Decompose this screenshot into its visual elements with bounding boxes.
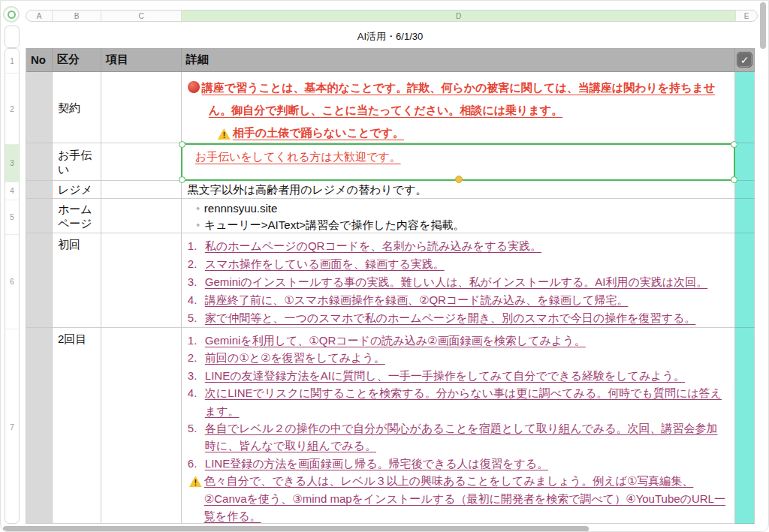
- list-item: 5.各自でレベル２の操作の中で自分が関心があることを宿題として取り組んでみる。次…: [188, 419, 728, 455]
- vertical-scrollbar[interactable]: [760, 2, 766, 49]
- row-header-7[interactable]: 7: [5, 329, 19, 524]
- cell-e[interactable]: [735, 143, 755, 181]
- list-item: 2.前回の①と②を復習をしてみよう。: [188, 349, 728, 366]
- cell-no[interactable]: [26, 199, 53, 233]
- cell-shousai[interactable]: 1.私のホームページのQRコードを、名刺から読み込みをする実践。 2.スマホ操作…: [182, 233, 735, 328]
- cell-e[interactable]: [735, 181, 755, 199]
- first-session-list: 1.私のホームページのQRコードを、名刺から読み込みをする実践。 2.スマホ操作…: [182, 233, 734, 327]
- list-item: 4.次にLINEでリスクに関することを検索する。分からない事は更に調べてみる。何…: [188, 384, 728, 419]
- list-item: 3.Geminiのインストールする事の実践。難しい人は、私がインストールする。A…: [188, 273, 728, 291]
- header-cell-e[interactable]: ✓: [735, 48, 755, 72]
- table-handle-inner-circle: [8, 11, 16, 19]
- spreadsheet-window: A B C D E 1 2 3 4 5 6 7 AI活用・6/1/30 No 区…: [0, 0, 769, 532]
- sheet-title[interactable]: AI活用・6/1/30: [26, 30, 755, 44]
- cell-kubun[interactable]: 契約: [53, 72, 101, 143]
- contract-warning-text: 講座で習うことは、基本的なことです。詐欺、何らかの被害に関しては、当講座は関わり…: [182, 72, 734, 143]
- bullet-icon: ◦: [192, 217, 204, 233]
- title-row-header[interactable]: [5, 26, 20, 48]
- checkmark-icon: ✓: [740, 54, 749, 66]
- cell-koumoku[interactable]: [101, 328, 182, 524]
- cell-shousai[interactable]: 黒文字以外は高齢者用のレジメの替わりです。: [182, 181, 735, 199]
- kubun-label: 初回: [58, 237, 80, 327]
- checked-checkbox[interactable]: ✓: [737, 52, 752, 68]
- row-header-4[interactable]: 4: [5, 182, 19, 200]
- warning-icon: [189, 476, 202, 487]
- table-handle-icon[interactable]: [3, 6, 20, 23]
- cell-kubun[interactable]: お手伝い: [53, 143, 101, 181]
- row-header-3[interactable]: 3: [5, 144, 19, 182]
- cell-koumoku[interactable]: [101, 233, 182, 328]
- list-item: 5.家で仲間等と、一つのスマホで私のホームページを開き、別のスマホで今日の操作を…: [188, 309, 728, 327]
- header-cell-koumoku[interactable]: 項目: [101, 48, 182, 72]
- header-cell-shousai[interactable]: 詳細: [182, 48, 735, 72]
- table-row: 契約 講座で習うことは、基本的なことです。詐欺、何らかの被害に関しては、当講座は…: [26, 72, 755, 143]
- table-row: ホームページ ◦rennnsyuu.site ◦キューリー>AIText>講習会…: [26, 199, 755, 233]
- cell-kubun[interactable]: レジメ: [53, 181, 101, 199]
- column-header-d[interactable]: D: [182, 11, 736, 21]
- list-item: 6.LINE登録の方法を画面録画し帰る。帰宅後できる人は復習をする。: [188, 455, 728, 472]
- header-cell-kubun[interactable]: 区分: [53, 48, 101, 72]
- row-header-6[interactable]: 6: [5, 234, 19, 329]
- horizontal-scrollbar[interactable]: [3, 526, 589, 532]
- table-row: レジメ 黒文字以外は高齢者用のレジメの替わりです。: [26, 181, 755, 199]
- cell-shousai[interactable]: 1.Geminiを利用して、①QRコードの読み込み②画面録画を検索してみよう。 …: [182, 328, 735, 524]
- cell-e[interactable]: [735, 233, 755, 328]
- row-header-2[interactable]: 2: [5, 73, 19, 144]
- resume-note-text: 黒文字以外は高齢者用のレジメの替わりです。: [182, 181, 734, 198]
- kubun-label: お手伝い: [58, 148, 101, 176]
- header-cell-no[interactable]: No: [26, 48, 53, 72]
- table: No 区分 項目 詳細 ✓ 契約 講座で習うことは、基本的なことです。詐欺、何ら…: [26, 48, 755, 524]
- helper-welcome-text: お手伝いをしてくれる方は大歓迎です。: [182, 143, 734, 164]
- cell-e[interactable]: [735, 72, 755, 143]
- cell-kubun[interactable]: ホームページ: [53, 199, 101, 233]
- kubun-label: レジメ: [58, 182, 92, 197]
- column-header-b[interactable]: B: [53, 11, 101, 21]
- bullet-icon: ◦: [192, 200, 204, 217]
- cell-kubun[interactable]: 2回目: [53, 328, 101, 524]
- cell-no[interactable]: [26, 233, 53, 328]
- homepage-bullet-list: ◦rennnsyuu.site ◦キューリー>AIText>講習会で操作した内容…: [182, 199, 734, 233]
- list-item: ◦rennnsyuu.site: [192, 200, 727, 217]
- list-item: 2.スマホ操作をしている画面を、録画する実践。: [188, 255, 728, 273]
- column-header-bar: A B C D E: [26, 10, 758, 22]
- list-item: 3.LINEの友達登録方法をAIに質問し、一手一手操作をしてみて自分でできる経験…: [188, 367, 728, 384]
- cell-no[interactable]: [26, 181, 53, 199]
- warning-icon: [218, 128, 231, 140]
- second-session-list: 1.Geminiを利用して、①QRコードの読み込み②画面録画を検索してみよう。 …: [182, 328, 734, 524]
- selected-cell-shousai[interactable]: お手伝いをしてくれる方は大歓迎です。: [182, 143, 735, 181]
- cell-e[interactable]: [735, 328, 755, 524]
- red-circle-icon: [188, 81, 200, 93]
- cell-koumoku[interactable]: [101, 72, 182, 143]
- cell-shousai[interactable]: ◦rennnsyuu.site ◦キューリー>AIText>講習会で操作した内容…: [182, 199, 735, 233]
- row-number-rail: 1 2 3 4 5 6 7: [5, 48, 20, 524]
- list-item: 1.Geminiを利用して、①QRコードの読み込み②画面録画を検索してみよう。: [188, 332, 728, 349]
- column-header-c[interactable]: C: [101, 11, 182, 21]
- kubun-label: ホームページ: [58, 202, 101, 230]
- list-item: ◦キューリー>AIText>講習会で操作した内容を掲載。: [192, 217, 727, 233]
- table-row: お手伝い お手伝いをしてくれる方は大歓迎です。: [26, 143, 755, 181]
- level3-suggestion-text: 色々自分で、できる人は、レベル３以上の興味あることをしてみましょう。例えば①写真…: [189, 472, 728, 524]
- row-header-1[interactable]: 1: [5, 49, 19, 73]
- row-header-5[interactable]: 5: [5, 200, 19, 234]
- cell-koumoku[interactable]: [101, 199, 182, 233]
- kubun-label: 2回目: [58, 332, 86, 523]
- column-header-a[interactable]: A: [26, 11, 53, 21]
- list-item: 1.私のホームページのQRコードを、名刺から読み込みをする実践。: [188, 237, 728, 255]
- cell-kubun[interactable]: 初回: [53, 233, 101, 328]
- list-item: 4.講座終了前に、①スマホ録画操作を録画、②QRコード読み込み、を録画して帰宅。: [188, 291, 728, 309]
- cell-shousai[interactable]: 講座で習うことは、基本的なことです。詐欺、何らかの被害に関しては、当講座は関わり…: [182, 72, 735, 143]
- table-row: 初回 1.私のホームページのQRコードを、名刺から読み込みをする実践。 2.スマ…: [26, 233, 755, 328]
- kubun-label: 契約: [58, 101, 80, 115]
- cell-koumoku[interactable]: [101, 181, 182, 199]
- cell-no[interactable]: [26, 72, 53, 143]
- table-header-row: No 区分 項目 詳細 ✓: [26, 48, 755, 72]
- column-header-e[interactable]: E: [736, 11, 757, 21]
- cell-no[interactable]: [26, 328, 53, 524]
- cell-no[interactable]: [26, 143, 53, 181]
- cell-e[interactable]: [735, 199, 755, 233]
- cell-koumoku[interactable]: [101, 143, 182, 181]
- table-row: 2回目 1.Geminiを利用して、①QRコードの読み込み②画面録画を検索してみ…: [26, 328, 755, 524]
